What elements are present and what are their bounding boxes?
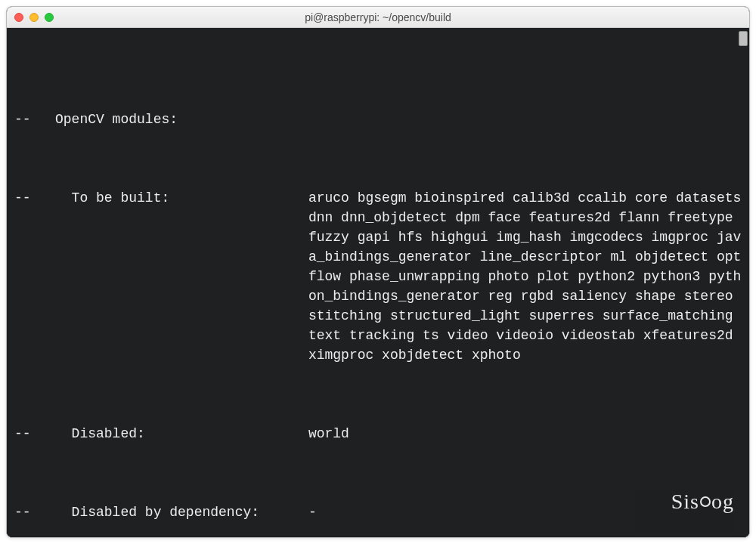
window-controls	[14, 13, 54, 22]
output-label: -- To be built:	[14, 188, 308, 208]
output-label: -- Disabled:	[14, 424, 308, 444]
close-icon[interactable]	[14, 13, 23, 22]
window-title: pi@raspberrypi: ~/opencv/build	[7, 11, 749, 23]
output-value: aruco bgsegm bioinspired calib3d ccalib …	[308, 188, 745, 365]
output-value: world	[308, 424, 349, 444]
maximize-icon[interactable]	[45, 13, 54, 22]
output-value: -	[308, 502, 317, 522]
terminal-window: pi@raspberrypi: ~/opencv/build -- OpenCV…	[6, 6, 750, 538]
output-line: -- OpenCV modules:	[14, 110, 178, 129]
scrollbar-thumb[interactable]	[739, 31, 748, 46]
watermark-logo: Sisog	[635, 472, 734, 531]
minimize-icon[interactable]	[29, 13, 39, 22]
titlebar: pi@raspberrypi: ~/opencv/build	[7, 7, 749, 28]
terminal-output[interactable]: -- OpenCV modules: -- To be built: aruco…	[7, 28, 749, 537]
output-label: -- Disabled by dependency:	[14, 502, 308, 522]
